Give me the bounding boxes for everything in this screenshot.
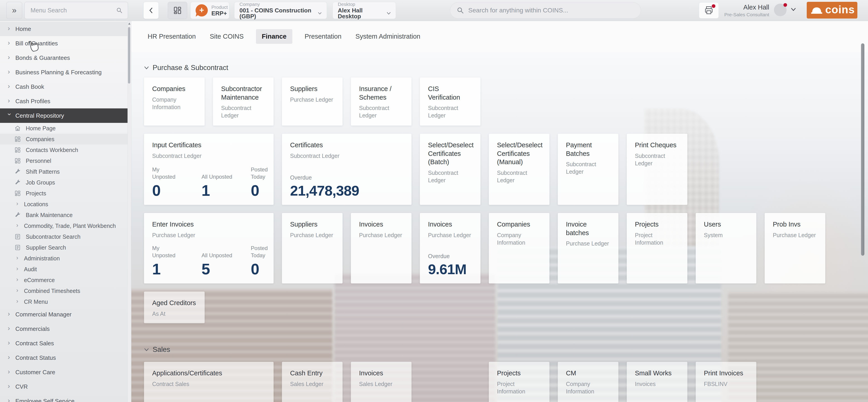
sidebar-item-personnel[interactable]: Personnel [0,156,127,166]
tile-projects[interactable]: Projects Project Information [627,213,687,283]
company-selector[interactable]: Company 001 - COINS Construction (GBP) [234,2,327,19]
tile-print-cheques[interactable]: Print Cheques Subcontract Ledger [627,134,687,205]
avatar[interactable] [774,4,786,16]
tab-site-coins[interactable]: Site COINS [208,29,246,44]
tile-payment-batches[interactable]: Payment Batches Subcontract Ledger [558,134,618,205]
tile-projects-sales[interactable]: Projects Project Information [489,362,550,402]
desktop-selector[interactable]: Desktop Alex Hall Desktop [333,2,396,19]
tile-input-certificates[interactable]: Input Certificates Subcontract Ledger My… [144,134,274,205]
tile-users[interactable]: Users System [696,213,756,283]
tab-system-administration[interactable]: System Administration [353,29,422,44]
tile-enter-invoices[interactable]: Enter Invoices Purchase Ledger My Unpost… [144,213,274,283]
workbench-grid-icon [173,6,182,15]
sidebar-item-contract-status[interactable]: ›Contract Status [0,350,127,365]
user-menu-chevron[interactable] [791,8,796,11]
sidebar-item-commodity-trade-plant[interactable]: ›Commodity, Trade, Plant Workbench [0,221,127,231]
tile-select-deselect-certificates-batch[interactable]: Select/Deselect Certificates (Batch) Sub… [420,134,480,205]
sidebar-item-label: Bank Maintenance [26,212,72,219]
product-pin-icon: + [195,4,208,16]
stat-label: All Unposted [202,173,251,180]
sidebar-item-bonds-guarantees[interactable]: ›Bonds & Guarantees [0,51,127,65]
sidebar-item-business-planning[interactable]: ›Business Planning & Forecasting [0,65,127,79]
tile-select-deselect-certificates-manual[interactable]: Select/Deselect Certificates (Manual) Su… [489,134,550,205]
scroll-up-arrow-icon[interactable] [128,23,130,25]
sidebar-item-companies[interactable]: Companies [0,134,127,144]
sidebar-item-commercials[interactable]: ›Commercials [0,322,127,336]
sidebar-item-cvr[interactable]: ›CVR [0,379,127,394]
sidebar-item-bank-maintenance[interactable]: Bank Maintenance [0,209,127,221]
sidebar-item-projects[interactable]: Projects [0,188,127,199]
tile-subtitle: Project Information [497,380,541,395]
tile-applications-certificates[interactable]: Applications/Certificates Contract Sales… [144,362,274,402]
tile-invoices-pl[interactable]: Invoices Purchase Ledger [351,213,411,283]
desktop-content: Purchase & Subcontract Companies Company… [131,52,868,402]
tile-suppliers-pl[interactable]: Suppliers Purchase Ledger [282,213,343,283]
chevron-right-icon: › [8,68,12,75]
sidebar-item-commercial-manager[interactable]: ›Commercial Manager [0,307,127,322]
sidebar-scrollbar-thumb[interactable] [128,27,130,83]
tile-cis-verification[interactable]: CIS Verification Subcontract Ledger [420,77,480,126]
sidebar-item-audit[interactable]: ›Audit [0,264,127,275]
tile-companies[interactable]: Companies Company Information [144,77,205,126]
sidebar-scrollbar[interactable] [127,21,131,402]
sidebar-item-contract-sales[interactable]: ›Contract Sales [0,336,127,350]
tile-small-works[interactable]: Small Works Invoices [627,362,687,402]
section-header-purchase-subcontract[interactable]: Purchase & Subcontract [144,64,228,72]
tile-stats: My Unposted0 All Unposted1 Posted Today0 [152,166,268,199]
sidebar-item-central-repository[interactable]: ›Central Repository [0,108,127,123]
sidebar-item-locations[interactable]: ›Locations [0,199,127,209]
chevron-right-icon: › [8,325,12,332]
tile-cm[interactable]: CM Company Information [558,362,618,402]
sidebar-item-cash-profiles[interactable]: ›Cash Profiles [0,94,127,108]
desktop-grid-button[interactable] [168,2,187,19]
menu-search-input[interactable] [25,7,116,14]
sidebar-item-combined-timesheets[interactable]: ›Combined Timesheets [0,286,127,296]
sidebar-item-job-groups[interactable]: Job Groups [0,177,127,188]
sidebar-nav: ›Home ›Bill of Quantities ›Bonds & Guara… [0,21,131,402]
product-value: ERP+ [211,10,228,16]
tab-finance[interactable]: Finance [256,29,292,44]
stat-posted-today: Posted Today0 [251,244,268,277]
tab-hr-presentation[interactable]: HR Presentation [146,29,197,44]
global-search-input[interactable] [464,6,634,14]
product-selector[interactable]: + Product ERP+ [190,2,229,19]
sidebar-item-home[interactable]: ›Home [0,22,127,36]
tile-prob-invs[interactable]: Prob Invs Purchase Ledger [765,213,825,283]
tile-title: Invoices [428,220,472,229]
tile-cash-entry[interactable]: Cash Entry Sales Ledger [282,362,343,402]
tile-certificates[interactable]: Certificates Subcontract Ledger Overdue … [282,134,411,205]
sidebar-collapse-button[interactable]: » [6,2,22,19]
tile-insurance-schemes[interactable]: Insurance / Schemes Subcontract Ledger [351,77,411,126]
tile-subcontractor-maintenance[interactable]: Subcontractor Maintenance Subcontract Le… [213,77,274,126]
tile-title: Invoice batches [566,220,610,237]
sidebar-item-administration[interactable]: ›Administration [0,253,127,264]
section-header-sales[interactable]: Sales [144,345,170,354]
print-queue-button[interactable] [699,2,719,19]
tab-presentation[interactable]: Presentation [303,29,343,44]
tile-print-invoices[interactable]: Print Invoices FBSLINV [696,362,756,402]
sidebar-item-cr-menu[interactable]: ›CR Menu [0,296,127,307]
sidebar-item-supplier-search[interactable]: Supplier Search [0,242,127,253]
tile-invoices-sl[interactable]: Invoices Sales Ledger Overdue [351,362,411,402]
sidebar-item-subcontractor-search[interactable]: Subcontractor Search [0,231,127,242]
tile-invoices-overdue[interactable]: Invoices Purchase Ledger Overdue 9.61M [420,213,480,283]
chevron-right-icon: › [16,201,20,206]
sidebar-item-cash-book[interactable]: ›Cash Book [0,79,127,94]
back-button[interactable] [143,2,159,19]
tile-companies-ci[interactable]: Companies Company Information [489,213,550,283]
wrench-icon [14,168,21,175]
sidebar-item-shift-patterns[interactable]: Shift Patterns [0,166,127,177]
main-scrollbar-thumb[interactable] [861,43,864,256]
chevron-right-icon: › [16,266,20,271]
user-info[interactable]: Alex Hall Pre-Sales Consultant [721,3,769,18]
sidebar-item-home-page[interactable]: Home Page [0,123,127,134]
tile-aged-creditors[interactable]: Aged Creditors As At [144,292,205,323]
sidebar-item-customer-care[interactable]: ›Customer Care [0,365,127,379]
sidebar-item-contacts-workbench[interactable]: Contacts Workbench [0,144,127,156]
tile-invoice-batches[interactable]: Invoice batches Purchase Ledger [558,213,618,283]
sidebar-item-ecommerce[interactable]: ›eCommerce [0,275,127,286]
workbench-icon [14,147,21,153]
tile-suppliers[interactable]: Suppliers Purchase Ledger [282,77,343,126]
sidebar-item-employee-self-service[interactable]: ›Employee Self Service [0,394,127,402]
sidebar-item-bill-of-quantities[interactable]: ›Bill of Quantities [0,36,127,51]
